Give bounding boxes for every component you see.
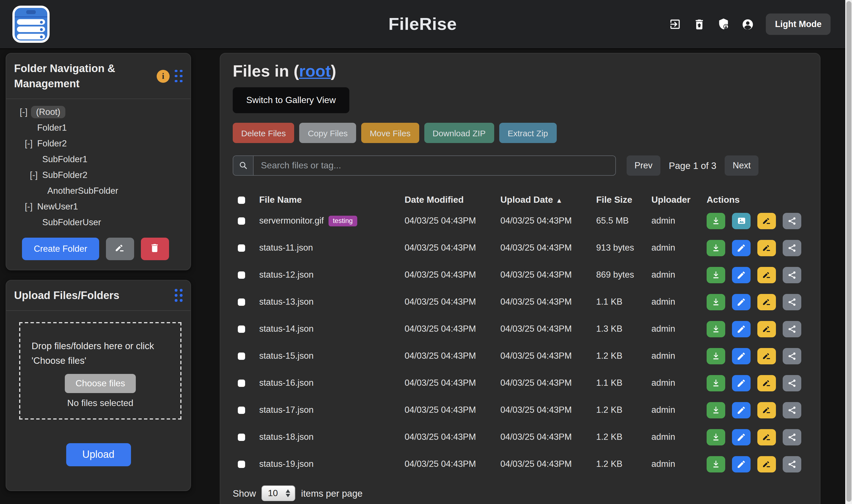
edit-file-button[interactable]	[732, 321, 751, 337]
folder-tree-item[interactable]: SubFolder1	[6, 151, 190, 167]
move-files-button[interactable]: Move Files	[361, 123, 419, 143]
share-file-button[interactable]	[783, 321, 801, 337]
folder-label[interactable]: SubFolder2	[41, 169, 88, 181]
row-checkbox[interactable]	[238, 460, 245, 468]
folder-label[interactable]: Folder2	[36, 138, 68, 150]
rename-file-button[interactable]	[757, 294, 776, 310]
file-name[interactable]: servermonitor.gif	[259, 216, 324, 226]
header-date-modified[interactable]: Date Modified	[404, 195, 500, 205]
preview-image-button[interactable]	[732, 213, 751, 229]
edit-file-button[interactable]	[732, 294, 751, 310]
delete-files-button[interactable]: Delete Files	[233, 123, 294, 143]
prev-page-button[interactable]: Prev	[627, 156, 660, 176]
row-checkbox[interactable]	[238, 325, 245, 332]
account-circle-icon[interactable]	[742, 18, 754, 31]
download-file-button[interactable]	[707, 321, 725, 337]
items-per-page-select[interactable]: 10	[262, 485, 296, 501]
row-checkbox[interactable]	[238, 406, 245, 414]
download-file-button[interactable]	[707, 375, 725, 391]
tree-toggle[interactable]: [-]	[25, 202, 36, 212]
rename-file-button[interactable]	[757, 402, 776, 418]
file-name[interactable]: status-12.json	[259, 270, 314, 280]
header-uploader[interactable]: Uploader	[651, 195, 707, 205]
download-file-button[interactable]	[707, 240, 725, 256]
edit-file-button[interactable]	[732, 456, 751, 472]
edit-file-button[interactable]	[732, 240, 751, 256]
share-file-button[interactable]	[783, 348, 801, 364]
header-file-size[interactable]: File Size	[596, 195, 651, 205]
download-file-button[interactable]	[707, 213, 725, 229]
share-file-button[interactable]	[783, 213, 801, 229]
logout-icon[interactable]	[669, 18, 681, 31]
download-zip-button[interactable]: Download ZIP	[424, 123, 494, 143]
rename-file-button[interactable]	[757, 267, 776, 283]
share-file-button[interactable]	[783, 267, 801, 283]
rename-file-button[interactable]	[757, 321, 776, 337]
tree-toggle[interactable]: [-]	[25, 139, 36, 149]
file-name[interactable]: status-14.json	[259, 324, 314, 334]
header-upload-date[interactable]: Upload Date▲	[500, 195, 596, 205]
copy-files-button[interactable]: Copy Files	[299, 123, 356, 143]
header-file-name[interactable]: File Name	[259, 195, 404, 205]
drag-handle-icon[interactable]	[175, 289, 182, 302]
edit-file-button[interactable]	[732, 348, 751, 364]
folder-label[interactable]: SubFolder1	[41, 153, 88, 165]
folder-label[interactable]: Folder1	[36, 122, 68, 134]
row-checkbox[interactable]	[238, 379, 245, 386]
choose-files-button[interactable]: Choose files	[65, 374, 136, 393]
root-folder-link[interactable]: root	[299, 62, 331, 80]
file-name[interactable]: status-19.json	[259, 459, 314, 469]
rename-file-button[interactable]	[757, 240, 776, 256]
rename-file-button[interactable]	[757, 213, 776, 229]
rename-file-button[interactable]	[757, 429, 776, 445]
switch-gallery-view-button[interactable]: Switch to Gallery View	[233, 87, 349, 113]
rename-file-button[interactable]	[757, 456, 776, 472]
extract-zip-button[interactable]: Extract Zip	[499, 123, 556, 143]
row-checkbox[interactable]	[238, 352, 245, 360]
select-all-checkbox[interactable]	[238, 196, 245, 203]
rename-file-button[interactable]	[757, 375, 776, 391]
file-name[interactable]: status-18.json	[259, 432, 314, 442]
rename-file-button[interactable]	[757, 348, 776, 364]
tree-toggle[interactable]: [-]	[20, 107, 31, 117]
download-file-button[interactable]	[707, 294, 725, 310]
info-icon[interactable]: i	[157, 70, 170, 83]
row-checkbox[interactable]	[238, 217, 245, 224]
row-checkbox[interactable]	[238, 271, 245, 278]
folder-tree-item[interactable]: AnotherSubFolder	[6, 183, 190, 199]
file-name[interactable]: status-13.json	[259, 297, 314, 307]
tree-toggle[interactable]: [-]	[30, 170, 41, 180]
share-file-button[interactable]	[783, 402, 801, 418]
share-file-button[interactable]	[783, 429, 801, 445]
folder-label[interactable]: (Root)	[31, 106, 65, 118]
folder-label[interactable]: AnotherSubFolder	[46, 185, 120, 197]
download-file-button[interactable]	[707, 402, 725, 418]
scrollbar-thumb[interactable]	[846, 1, 851, 502]
share-file-button[interactable]	[783, 375, 801, 391]
folder-tree-item[interactable]: [-] (Root)	[6, 104, 190, 120]
admin-shield-icon[interactable]	[718, 18, 730, 31]
rename-folder-button[interactable]	[106, 238, 134, 260]
share-file-button[interactable]	[783, 294, 801, 310]
upload-button[interactable]: Upload	[66, 443, 131, 466]
download-file-button[interactable]	[707, 456, 725, 472]
folder-tree-item[interactable]: [-] Folder2	[6, 136, 190, 151]
file-name[interactable]: status-15.json	[259, 351, 314, 361]
file-name[interactable]: status-16.json	[259, 378, 314, 388]
row-checkbox[interactable]	[238, 244, 245, 251]
create-folder-button[interactable]: Create Folder	[22, 238, 99, 260]
download-file-button[interactable]	[707, 429, 725, 445]
search-input[interactable]	[254, 156, 615, 175]
folder-tree-item[interactable]: Folder1	[6, 120, 190, 136]
row-checkbox[interactable]	[238, 298, 245, 306]
file-dropzone[interactable]: Drop files/folders here or click 'Choose…	[19, 322, 181, 419]
next-page-button[interactable]: Next	[725, 156, 759, 176]
folder-tree-item[interactable]: [-] SubFolder2	[6, 167, 190, 183]
download-file-button[interactable]	[707, 267, 725, 283]
row-checkbox[interactable]	[238, 433, 245, 440]
share-file-button[interactable]	[783, 456, 801, 472]
light-mode-button[interactable]: Light Mode	[766, 14, 831, 35]
folder-label[interactable]: NewUser1	[36, 200, 79, 213]
folder-label[interactable]: SubFolderUser	[41, 216, 102, 229]
file-name[interactable]: status-17.json	[259, 405, 314, 415]
